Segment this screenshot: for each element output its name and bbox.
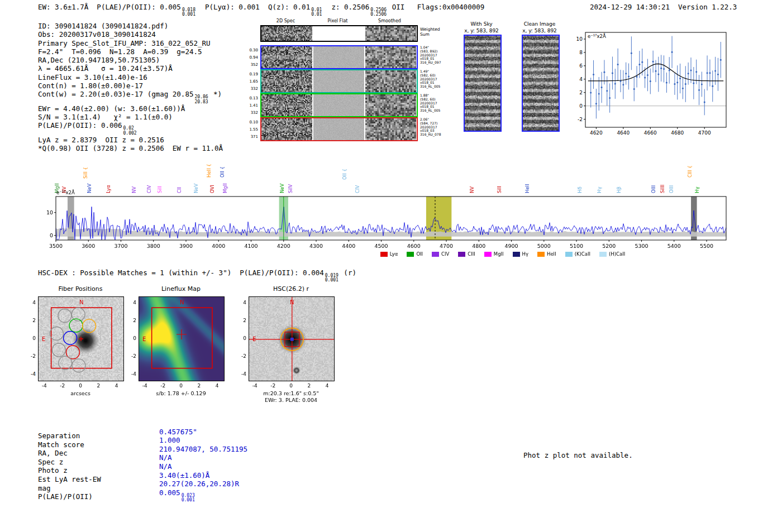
emission-line-label: SiII { (83, 167, 88, 179)
legend-swatch (407, 252, 414, 257)
svg-text:4400: 4400 (342, 243, 355, 249)
match-table-row-label: Est LyA rest-EW (38, 475, 101, 483)
match-table-row-label: RA, Dec (38, 449, 68, 457)
match-table-row-value: N/A (159, 462, 172, 471)
cutout-ytick: -2 (236, 353, 246, 359)
legend-item: (H)CaII (599, 251, 625, 257)
cutout-xtick: 4 (112, 383, 122, 389)
legend-label: Lyα (390, 251, 398, 257)
legend-label: HeII (547, 251, 556, 257)
cutout-ytick: -2 (26, 353, 36, 359)
cutout-ytick: 0 (236, 336, 246, 341)
legend-swatch (484, 252, 492, 257)
cutout-xtick: -4 (250, 383, 260, 389)
cutout-xtick: 2 (93, 383, 103, 389)
lineflux-map-image (139, 296, 225, 381)
match-table-row-value: 20.27(20.26,20.28)R (159, 480, 239, 488)
cutout-title: Lineflux Map (133, 285, 229, 293)
cutout-ytick: 4 (236, 300, 246, 305)
emission-line-label: OII { (220, 166, 225, 178)
sub-value: 0.001 (325, 278, 338, 282)
text-segment: 210.947087, 50.751195 (159, 445, 247, 453)
legend-swatch (380, 252, 388, 257)
cutout-ytick: 4 (26, 300, 36, 305)
svg-text:5000: 5000 (537, 243, 551, 249)
legend-swatch (565, 252, 573, 257)
svg-text:3500: 3500 (49, 243, 63, 249)
svg-text:5200: 5200 (602, 243, 616, 249)
svg-text:5100: 5100 (570, 243, 583, 249)
text-segment: 3.40(±1.60)Å (159, 471, 209, 480)
text-segment: N/A (159, 462, 172, 471)
cutout-ytick: 2 (126, 318, 136, 323)
cutout-ytick: 4 (126, 300, 136, 305)
svg-text:4600: 4600 (407, 243, 421, 249)
cutout-xtick: -4 (39, 383, 49, 389)
hsc-matches-line: HSC-DEX : Possible Matches = 1 (within +… (38, 269, 356, 282)
legend-swatch (432, 252, 439, 257)
text-segment: (r) (340, 269, 356, 277)
text-segment: 0.005 (159, 488, 180, 497)
text-segment: 1.000 (159, 436, 180, 444)
match-table-row-label: mag (38, 484, 51, 492)
cutout-xlabel: m:20.3 re:1.6" s:0.5" (243, 390, 339, 396)
svg-text:0: 0 (50, 232, 53, 238)
legend-label: CIV (441, 251, 449, 257)
full-spectrum-plot: 0103500360037003800390040004100420043004… (41, 187, 745, 257)
legend-item: CIV (432, 251, 449, 257)
cutout-xtick: 0 (176, 383, 186, 389)
legend-label: MgII (494, 251, 504, 257)
cutout-ytick: -4 (26, 371, 36, 377)
match-table-row-value: 210.947087, 50.751195 (159, 445, 247, 453)
legend-swatch (458, 252, 465, 257)
cutout-title: Fiber Positions (32, 285, 128, 293)
cutout-xtick: 2 (304, 383, 314, 389)
cutout-ytick: 0 (126, 336, 136, 341)
legend-swatch (599, 252, 607, 257)
legend-item: Lyα (380, 251, 398, 257)
legend-label: Hγ (522, 251, 528, 257)
match-table-row-value: 0.457675" (159, 428, 197, 436)
cutout-xtick: 0 (286, 383, 296, 389)
svg-text:4100: 4100 (244, 243, 258, 249)
legend-item: Hγ (513, 251, 528, 257)
svg-text:3600: 3600 (82, 243, 95, 249)
match-table-row-value: N/A (159, 453, 172, 462)
cutout-xtick: -2 (268, 383, 278, 389)
legend-item: HeII (537, 251, 556, 257)
svg-text:4200: 4200 (277, 243, 290, 249)
text-segment: HSC-DEX : Possible Matches = 1 (within +… (38, 269, 324, 277)
cutout-xtick: -2 (158, 383, 168, 389)
legend-item: CIII (458, 251, 475, 257)
svg-text:3700: 3700 (114, 243, 127, 249)
cutout-xtick: 4 (212, 383, 222, 389)
match-table-row-value: 0.0050.0230.001 (159, 488, 196, 502)
legend-label: OII (416, 251, 423, 257)
cutout-ytick: 2 (26, 318, 36, 323)
cutout-xtick: -4 (140, 383, 150, 389)
sub-value: 0.001 (182, 498, 195, 502)
hsc-cutout-image (249, 296, 335, 381)
spectrum-legend: LyαOIICIVCIIIMgIIHγHeII(K)CaII(H)CaII (251, 251, 754, 257)
svg-text:4700: 4700 (440, 243, 453, 249)
match-table-row-value: 1.000 (159, 436, 180, 444)
match-table-row-label: Photo z (38, 466, 68, 475)
cutout-ytick: -2 (126, 353, 136, 359)
cutout-xtick: 2 (194, 383, 204, 389)
emission-line-label: HeII { (207, 164, 212, 178)
elixer-detection-report: EW: 3.6±1.7Å P(LAE)/P(OII): 0.0050.0180.… (0, 0, 782, 532)
match-table-row-value: 3.40(±1.60)Å (159, 471, 209, 480)
cutout-xtick: 0 (75, 383, 85, 389)
legend-item: MgII (484, 251, 504, 257)
legend-swatch (537, 252, 545, 257)
fiber-positions-image (38, 296, 124, 381)
cutout-xtick: 4 (322, 383, 332, 389)
svg-text:4900: 4900 (504, 243, 518, 249)
legend-label: CIII (468, 251, 475, 257)
emission-line-label: CIII { (688, 165, 693, 178)
text-segment: 20.27(20.26,20.28)R (159, 480, 239, 488)
match-table-row-label: Spec z (38, 458, 63, 466)
cutout-ytick: 0 (26, 336, 36, 341)
legend-label: (K)CaII (575, 251, 590, 257)
svg-text:4500: 4500 (374, 243, 388, 249)
